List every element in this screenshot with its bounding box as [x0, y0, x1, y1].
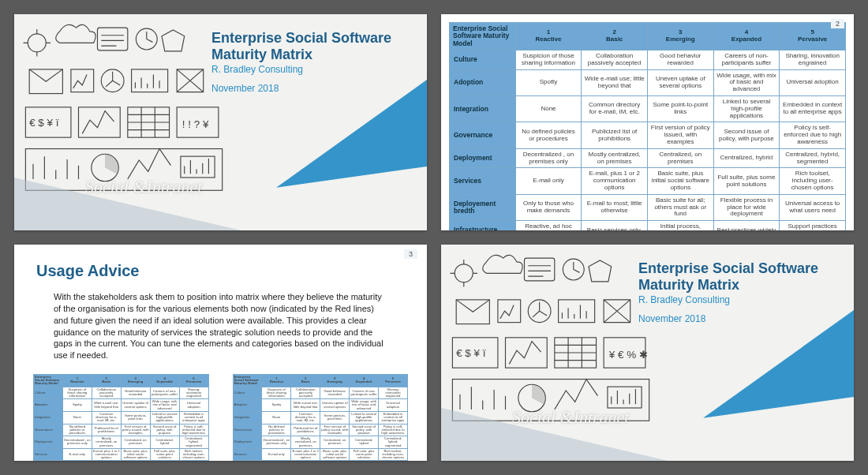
matrix-cell: Decentralized , on premises only: [515, 148, 582, 168]
table-body: CultureSuspicion of those sharing inform…: [450, 50, 846, 230]
row-header: Culture: [450, 50, 516, 70]
svg-rect-6: [132, 69, 168, 92]
svg-rect-1: [97, 28, 127, 50]
slide-4: € $ ¥ ï ¥ € % ✱ Enterprise Social Softwa…: [441, 245, 854, 461]
svg-rect-20: [498, 300, 521, 323]
matrix-cell: Linked to several high-profile applicati…: [713, 96, 780, 122]
matrix-cell: Collaboration passively accepted: [582, 50, 648, 70]
matrix-cell: Centralized, hybrid: [713, 148, 780, 168]
matrix-cell: Full suite, plus some point solutions: [713, 168, 780, 194]
svg-point-0: [28, 34, 46, 52]
matrix-cell: Careers of non-participants suffer: [713, 50, 780, 70]
slide-3: 3 Usage Advice With the stakeholders ask…: [14, 245, 427, 461]
watermark-text: Social &Intranet: [512, 407, 629, 428]
svg-text:¥ € % ✱: ¥ € % ✱: [608, 349, 648, 361]
table-header: Enterprise Social Software Maturity Mode…: [450, 23, 846, 50]
col-header: 2Basic: [582, 23, 648, 50]
matrix-cell: Uneven uptake of several options: [647, 69, 713, 95]
matrix-cell: E-mail to most; little otherwise: [582, 194, 648, 220]
matrix-cell: Basic services only, centrally managed: [582, 221, 648, 230]
matrix-cell: Universal access to what users need: [780, 194, 846, 220]
matrix-cell: Centralized, on premises: [647, 148, 713, 168]
mini-matrix-pair: Enterprise Social Software Maturity Mode…: [33, 374, 408, 461]
advice-body: With the stakeholders ask them to positi…: [54, 291, 385, 361]
matrix-cell: E-mail, plus 1 or 2 communication option…: [582, 168, 648, 194]
title-block: Enterprise Social Software Maturity Matr…: [638, 260, 836, 324]
matrix-cell: Centralized, hybrid, segmented: [780, 148, 846, 168]
col-header: 4Expanded: [713, 23, 780, 50]
svg-point-16: [455, 264, 473, 282]
matrix-cell: None: [515, 96, 582, 122]
row-header: Deployment: [450, 148, 516, 168]
slide-title: Enterprise Social Software Maturity Matr…: [638, 260, 836, 293]
svg-rect-9: [78, 107, 120, 137]
matrix-cell: No defined policies or procedures: [515, 122, 582, 148]
page-number: 3: [404, 249, 417, 259]
matrix-cell: Only to those who make demands: [515, 194, 582, 220]
matrix-cell: Mostly centralized, on premises: [582, 148, 648, 168]
title-block: Enterprise Social Software Maturity Matr…: [211, 30, 410, 94]
advice-heading: Usage Advice: [36, 262, 427, 280]
matrix-cell: Basic suite for all; others must ask or …: [647, 194, 713, 220]
slide-1: € $ ¥ ï ! ! ? ¥ Enterprise Social Softwa…: [14, 14, 427, 230]
matrix-cell: Rich toolset, including user-chosen opti…: [780, 168, 846, 194]
matrix-cell: First version of policy issued, with exa…: [647, 122, 713, 148]
maturity-matrix-table: Enterprise Social Software Maturity Mode…: [449, 22, 846, 230]
svg-rect-22: [559, 300, 595, 323]
svg-rect-4: [71, 69, 94, 92]
matrix-cell: Wide e-mail use; little beyond that: [582, 69, 648, 95]
matrix-cell: Publicized list of prohibitions: [582, 122, 648, 148]
mini-matrix-left: Enterprise Social Software Maturity Mode…: [33, 374, 209, 461]
svg-text:€ $ ¥ ï: € $ ¥ ï: [29, 117, 59, 129]
matrix-cell: Spotty: [515, 69, 582, 95]
slide-title: Enterprise Social Software Maturity Matr…: [211, 30, 410, 62]
col-header: 3Emerging: [647, 23, 713, 50]
slide-2: 2 Enterprise Social Software Maturity Mo…: [441, 14, 854, 230]
mini-matrix-right: Enterprise Social Software Maturity Mode…: [233, 374, 409, 461]
col-header: 1Reactive: [515, 23, 582, 50]
slide-date: November 2018: [638, 313, 836, 324]
matrix-cell: Some point-to-point links: [647, 96, 713, 122]
svg-rect-17: [524, 258, 554, 281]
row-header: Governance: [450, 122, 516, 148]
page-number: 2: [831, 19, 844, 28]
row-header: Services: [450, 168, 516, 194]
matrix-cell: Policy is self-enforced due to high awar…: [780, 122, 846, 148]
watermark-text: Social &Intranet: [85, 177, 202, 197]
corner-cell: Enterprise Social Software Maturity Mode…: [450, 23, 516, 50]
matrix-cell: Wide usage, with mix of basic and advanc…: [713, 69, 780, 95]
row-header: Deployement bredth: [450, 194, 516, 220]
slide-date: November 2018: [211, 83, 410, 94]
matrix-cell: E-mail only: [515, 168, 582, 194]
matrix-cell: Reactive, ad hoc processes. Fire-fightin…: [515, 221, 582, 230]
row-header: Integration: [450, 96, 516, 122]
row-header: Infrastructure management: [450, 221, 516, 230]
matrix-cell: Suspicion of those sharing information: [515, 50, 582, 70]
row-header: Adoption: [450, 69, 516, 95]
matrix-cell: Embedded in context to all enterprise ap…: [780, 96, 846, 122]
slide-subtitle: R. Bradley Consulting: [638, 294, 836, 305]
matrix-cell: Good behavior rewarded: [647, 50, 713, 70]
matrix-cell: Universal adoption: [780, 69, 846, 95]
matrix-cell: Basic suite, plus initial social softwar…: [647, 168, 713, 194]
matrix-cell: Support practices align with LOB activit…: [780, 221, 846, 230]
svg-text:€ $ ¥ ï: € $ ¥ ï: [456, 347, 486, 359]
matrix-cell: Second issue of policy, with purpose: [713, 122, 780, 148]
matrix-cell: Best practices widely adopted: [713, 221, 780, 230]
matrix-cell: Initial process, service levels establis…: [647, 221, 713, 230]
matrix-cell: Flexible process in place for wide deplo…: [713, 194, 780, 220]
slide-subtitle: R. Bradley Consulting: [211, 64, 410, 75]
matrix-cell: Common directory for e-mail, IM, etc.: [582, 96, 648, 122]
svg-rect-25: [505, 338, 547, 368]
matrix-cell: Sharing, innovation engrained: [780, 50, 846, 70]
svg-text:! ! ? ¥: ! ! ? ¥: [182, 118, 209, 130]
